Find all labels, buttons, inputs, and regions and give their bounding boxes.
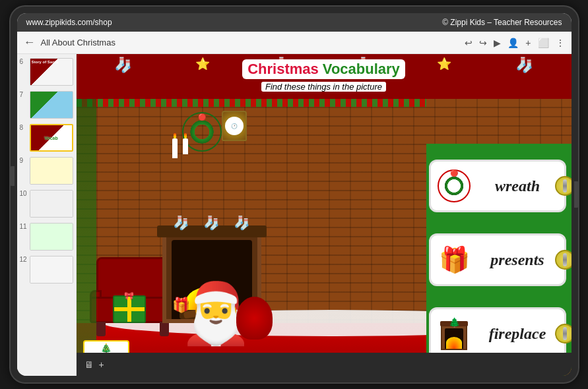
volume-button[interactable] [9, 166, 15, 186]
browser-topbar: www.zippikids.com/shop © Zippi Kids – Te… [17, 13, 572, 32]
slide-preview-7 [30, 91, 73, 119]
present-under-chair: 🎀 [113, 295, 146, 323]
add-slide-icon[interactable]: + [99, 359, 104, 370]
vocab-word-fireplace: fireplace [476, 325, 559, 343]
slide-preview-9 [30, 157, 73, 185]
tablet-inner: www.zippikids.com/shop © Zippi Kids – Te… [17, 13, 572, 376]
slide-preview-12 [30, 256, 73, 284]
vocab-card-presents[interactable]: 🎁 presents [429, 233, 566, 286]
wall-clock: 🕐 [222, 111, 247, 141]
vocab-card-fireplace[interactable]: 🌲 fireplace [429, 307, 566, 360]
vocab-card-wreath[interactable]: 🔴 wreath [429, 160, 566, 212]
garland [77, 99, 426, 107]
slide-content: 🧦 ⭐ 🧦 Christmas Vocabulary Find these th… [77, 54, 572, 376]
slide-thumb-9[interactable]: 9 [18, 156, 75, 186]
slide-title-christmas: Christmas [247, 61, 323, 77]
slide-preview-10 [30, 190, 73, 218]
santa-figure: 🎅 🎁 [179, 284, 253, 343]
layout-icon[interactable]: ⬜ [538, 38, 549, 48]
monitor-icon[interactable]: 🖥 [84, 359, 94, 370]
slide-thumb-11[interactable]: 11 [18, 222, 75, 252]
content-area: 6 Story of Santa 7 8 [17, 54, 572, 376]
chair-leg-left [96, 322, 106, 336]
slide-sidebar: 6 Story of Santa 7 8 [17, 54, 77, 376]
chair-leg-right [160, 322, 169, 336]
vocab-handle-presents [555, 250, 572, 270]
candles [172, 138, 188, 158]
xmas-top-bar: 🧦 ⭐ 🧦 Christmas Vocabulary Find these th… [77, 54, 572, 99]
user-icon[interactable]: 👤 [507, 38, 519, 48]
page-title: All About Christmas [41, 38, 460, 47]
chair-legs [96, 322, 169, 336]
slide-thumb-12[interactable]: 12 [18, 254, 75, 285]
slide-thumb-10[interactable]: 10 [18, 189, 75, 219]
add-icon[interactable]: + [525, 38, 531, 48]
wreath-icon: 🔴 [436, 168, 473, 204]
nav-icons: ↩ ↪ ▶ 👤 + ⬜ ⋮ [465, 38, 564, 48]
vocab-handle-fireplace [555, 324, 572, 344]
presents-icon: 🎁 [436, 242, 473, 278]
slide-thumb-8[interactable]: 8 Vocab [18, 123, 75, 153]
slide-title-area: Christmas Vocabulary Find these things i… [232, 59, 416, 92]
stockings-fireplace: 🧦🧦🧦 [166, 215, 257, 231]
wreath-scene: 🔴 [182, 112, 222, 152]
back-button[interactable]: ← [24, 36, 36, 49]
slide-subtitle: Find these things in the picture [261, 82, 386, 92]
vocab-handle-wreath [555, 176, 572, 196]
slide-preview-11 [30, 223, 73, 251]
vocab-panel: 🔴 wreath 🎁 pres [426, 144, 572, 376]
slide-thumb-7[interactable]: 7 [18, 90, 75, 120]
vocab-word-presents: presents [476, 251, 559, 269]
slide-thumb-6[interactable]: 6 Story of Santa [18, 57, 75, 87]
redo-icon[interactable]: ↪ [479, 38, 487, 48]
undo-icon[interactable]: ↩ [465, 38, 473, 48]
browser-copyright: © Zippi Kids – Teacher Resources [442, 18, 562, 27]
play-icon[interactable]: ▶ [494, 38, 501, 48]
vocab-word-wreath: wreath [476, 177, 559, 195]
tablet: www.zippikids.com/shop © Zippi Kids – Te… [11, 7, 578, 382]
scene-background: 🎀 🧦🧦🧦 [77, 99, 572, 376]
bottom-bar: 🖥 + [77, 353, 572, 376]
nav-bar: ← All About Christmas ↩ ↪ ▶ 👤 + ⬜ ⋮ [17, 32, 572, 54]
fireplace-icon: 🌲 [436, 316, 473, 352]
main-slide: 🧦 ⭐ 🧦 Christmas Vocabulary Find these th… [77, 54, 572, 376]
browser-url: www.zippikids.com/shop [26, 18, 112, 27]
tree-left [77, 99, 96, 376]
power-button[interactable] [574, 181, 579, 208]
slide-preview-6: Story of Santa [30, 58, 73, 86]
slide-title-vocabulary: Vocabulary [323, 61, 400, 77]
stockings-row: 🧦 ⭐ 🧦 Christmas Vocabulary Find these th… [83, 57, 565, 74]
more-icon[interactable]: ⋮ [556, 38, 565, 48]
slide-preview-8: Vocab [30, 124, 73, 152]
